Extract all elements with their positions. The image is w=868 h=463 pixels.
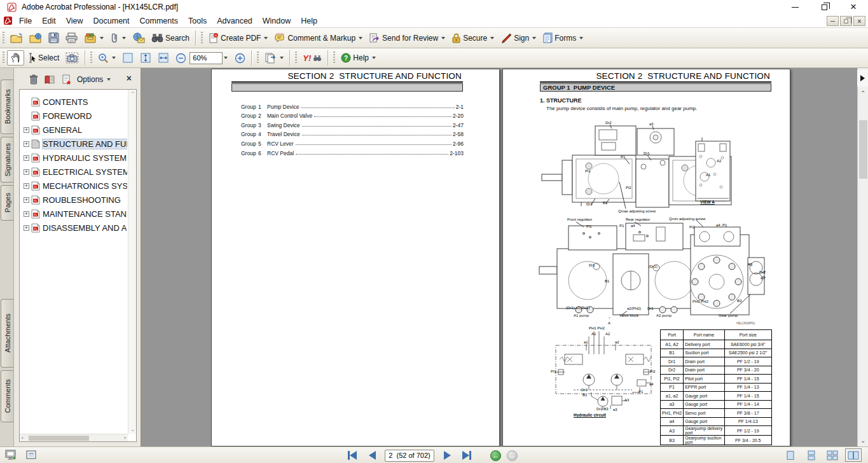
next-view-button[interactable]: → [507, 450, 518, 461]
bookmark-item[interactable]: + CONTENTS [21, 95, 127, 109]
toolbar-grip[interactable] [333, 52, 335, 64]
tab-attachments[interactable]: Attachments [1, 299, 13, 368]
organizer-button[interactable] [81, 31, 107, 45]
expand-plus-icon[interactable]: + [24, 211, 29, 217]
bookmarks-horizontal-scrollbar[interactable]: ‹ › [20, 434, 128, 441]
panel-close-button[interactable]: × [127, 72, 132, 85]
snapshot-tool-button[interactable] [62, 50, 82, 66]
expand-plus-icon[interactable]: + [24, 169, 29, 175]
restore-button[interactable] [809, 0, 839, 14]
zoom-tool-button[interactable] [95, 51, 119, 66]
bookmarks-vertical-scrollbar[interactable]: ⌃ ⌄ [128, 90, 136, 434]
menu-item[interactable]: View [61, 14, 88, 28]
create-pdf-button[interactable]: Create PDF [205, 31, 271, 45]
zoom-level-input[interactable] [189, 52, 223, 64]
menu-item[interactable]: File [14, 14, 37, 28]
doc-close-button[interactable]: × [853, 16, 865, 26]
panel-expander-button[interactable] [857, 70, 868, 86]
options-menu-button[interactable]: Options [77, 75, 111, 84]
expand-plus-icon[interactable]: + [24, 183, 29, 189]
expand-plus-icon[interactable]: + [24, 141, 29, 147]
menu-item[interactable]: Window [258, 14, 296, 28]
search-button[interactable]: Search [148, 31, 193, 45]
toolbar-grip[interactable] [295, 52, 297, 64]
yahoo-search-button[interactable]: Y! [300, 52, 325, 65]
expand-plus-icon[interactable]: + [24, 225, 29, 231]
menu-item[interactable]: Comments [135, 14, 183, 28]
next-page-button[interactable] [440, 449, 454, 462]
send-for-review-button[interactable]: Send for Review [366, 31, 448, 45]
expand-plus-icon[interactable]: + [24, 127, 29, 133]
page-size-icon[interactable] [25, 450, 37, 460]
menu-item[interactable]: Edit [37, 14, 61, 28]
forms-button[interactable]: Forms [539, 31, 586, 45]
bookmark-item[interactable]: + MECHATRONICS SYS [21, 179, 127, 193]
actual-size-button[interactable] [119, 50, 137, 66]
minimize-button[interactable] [780, 0, 809, 14]
reading-mode-icon[interactable] [5, 450, 17, 460]
toolbar-grip[interactable] [90, 52, 92, 64]
tab-comments[interactable]: Comments [1, 370, 13, 422]
attach-button[interactable] [107, 31, 129, 45]
page-number-input[interactable] [385, 450, 434, 462]
tab-pages[interactable]: Pages [1, 185, 13, 221]
doc-minimize-button[interactable] [827, 16, 839, 26]
fit-width-button[interactable] [155, 50, 172, 66]
select-tool-button[interactable]: Select [24, 51, 62, 65]
hand-tool-button[interactable] [7, 50, 24, 66]
help-button[interactable]: ?Help [338, 51, 379, 65]
scrollbar-thumb[interactable] [859, 120, 867, 179]
bookmark-item[interactable]: + GENERAL [21, 123, 127, 137]
doc-restore-button[interactable] [840, 16, 852, 26]
continuous-layout-button[interactable] [803, 448, 820, 462]
secure-button[interactable]: Secure [448, 31, 497, 45]
last-page-button[interactable] [460, 449, 474, 462]
toolbar-grip[interactable] [257, 52, 259, 64]
page-display-button[interactable] [261, 50, 287, 66]
scroll-left-icon[interactable]: ‹ [22, 435, 24, 441]
bookmark-item[interactable]: + DISASSEMBLY AND A [21, 221, 127, 235]
bookmark-item[interactable]: + ROUBLESHOOTING [21, 193, 127, 207]
open-button[interactable] [7, 31, 26, 45]
scroll-down-icon[interactable]: ⌄ [860, 437, 865, 444]
fit-page-button[interactable] [137, 50, 155, 66]
comment-markup-button[interactable]: Comment & Markup [271, 31, 366, 45]
continuous-facing-layout-button[interactable] [824, 448, 841, 462]
facing-layout-button[interactable] [845, 448, 862, 462]
scroll-right-icon[interactable]: › [124, 435, 126, 441]
expand-current-bookmark-icon[interactable] [44, 75, 55, 85]
first-page-button[interactable] [345, 449, 359, 462]
new-bookmark-icon[interactable] [61, 74, 71, 85]
menu-item[interactable]: Help [296, 14, 322, 28]
zoom-dropdown-arrow-icon[interactable] [224, 57, 228, 59]
menu-item[interactable]: Tools [183, 14, 212, 28]
bookmark-item[interactable]: + ELECTRICAL SYSTEM [21, 165, 127, 179]
email-button[interactable] [129, 31, 148, 45]
scroll-up-icon[interactable]: ⌃ [860, 90, 865, 97]
document-vertical-scrollbar[interactable]: ⌃ ⌄ [857, 68, 868, 446]
menu-item[interactable]: Advanced [212, 14, 258, 28]
single-page-layout-button[interactable] [782, 448, 799, 462]
bookmark-item[interactable]: + FOREWORD [21, 109, 127, 123]
bookmark-item[interactable]: + STRUCTURE AND FUN [21, 137, 127, 151]
previous-page-button[interactable] [365, 449, 379, 462]
menu-item[interactable]: Document [88, 14, 135, 28]
toolbar-grip[interactable] [3, 32, 4, 45]
tab-signatures[interactable]: Signatures [1, 137, 13, 183]
toolbar-grip[interactable] [201, 32, 203, 45]
previous-view-button[interactable]: ← [490, 450, 501, 461]
sign-button[interactable]: Sign [497, 31, 539, 45]
bookmark-item[interactable]: + HYDRAULIC SYSTEM [21, 151, 127, 165]
scrollbar-thumb[interactable] [29, 436, 89, 441]
zoom-in-button[interactable] [231, 51, 249, 66]
zoom-out-button[interactable] [172, 51, 189, 66]
bookmark-item[interactable]: + MAINTENANCE STAND [21, 207, 127, 221]
scroll-up-icon[interactable]: ⌃ [130, 91, 135, 97]
print-button[interactable] [62, 31, 81, 45]
delete-bookmark-icon[interactable] [29, 74, 38, 85]
scroll-down-icon[interactable]: ⌄ [130, 426, 135, 432]
toolbar-grip[interactable] [3, 52, 4, 64]
expand-plus-icon[interactable]: + [24, 197, 29, 203]
expand-plus-icon[interactable]: + [24, 155, 29, 161]
close-button[interactable]: × [839, 0, 868, 14]
